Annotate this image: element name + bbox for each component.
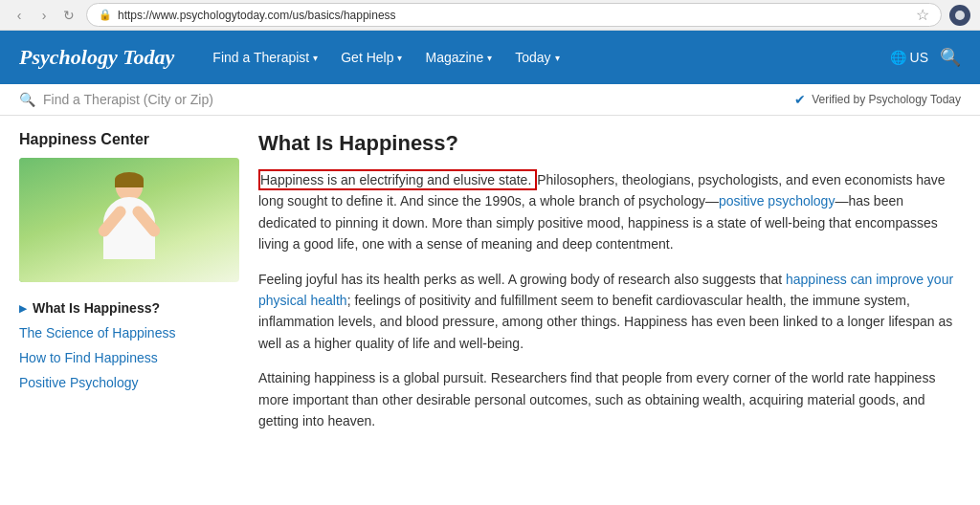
verified-badge: ✔ Verified by Psychology Today — [794, 92, 961, 107]
article-paragraph-3: Attaining happiness is a global pursuit.… — [258, 367, 961, 431]
article-paragraph-1: Happiness is an electrifying and elusive… — [258, 169, 961, 255]
header-right: 🌐 US 🔍 — [890, 47, 961, 68]
bookmark-button[interactable]: ☆ — [916, 6, 929, 24]
sidebar-item-what-is-happiness[interactable]: What Is Happiness? — [19, 296, 239, 320]
reload-button[interactable]: ↻ — [59, 6, 78, 25]
article-title: What Is Happiness? — [258, 131, 961, 156]
address-bar[interactable]: 🔒 https://www.psychologytoday.com/us/bas… — [86, 3, 942, 27]
sidebar-item-how-to-find-happiness[interactable]: How to Find Happiness — [19, 345, 239, 370]
sidebar-item-positive-psychology[interactable]: Positive Psychology — [19, 370, 239, 395]
nav-get-help[interactable]: Get Help ▾ — [331, 44, 412, 71]
svg-point-0 — [955, 11, 965, 20]
globe-icon: 🌐 — [890, 50, 906, 65]
browser-nav: ‹ › ↻ — [10, 6, 78, 25]
site-logo[interactable]: Psychology Today — [19, 45, 174, 70]
nav-find-therapist[interactable]: Find a Therapist ▾ — [203, 44, 327, 71]
article-paragraph-2: Feeling joyful has its health perks as w… — [258, 269, 961, 355]
chevron-down-icon: ▾ — [555, 53, 560, 63]
therapist-search[interactable]: 🔍 Find a Therapist (City or Zip) — [19, 92, 213, 107]
sidebar: Happiness Center — [19, 131, 239, 482]
chevron-down-icon: ▾ — [313, 53, 318, 63]
browser-chrome: ‹ › ↻ 🔒 https://www.psychologytoday.com/… — [0, 0, 980, 31]
sidebar-title: Happiness Center — [19, 131, 239, 148]
highlighted-text: Happiness is an electrifying and elusive… — [258, 169, 537, 190]
nav-today[interactable]: Today ▾ — [505, 44, 568, 71]
search-bar-row: 🔍 Find a Therapist (City or Zip) ✔ Verif… — [0, 84, 980, 116]
forward-button[interactable]: › — [34, 6, 54, 25]
sidebar-image — [19, 158, 239, 282]
extension-icon[interactable] — [949, 5, 970, 26]
chevron-down-icon: ▾ — [397, 53, 402, 63]
url-text: https://www.psychologytoday.com/us/basic… — [118, 9, 396, 22]
article-content: What Is Happiness? Happiness is an elect… — [258, 131, 961, 482]
positive-psychology-link[interactable]: positive psychology — [719, 193, 835, 209]
verified-icon: ✔ — [794, 92, 806, 107]
search-icon: 🔍 — [19, 92, 35, 107]
sidebar-navigation: What Is Happiness? The Science of Happin… — [19, 296, 239, 395]
header-search-button[interactable]: 🔍 — [940, 47, 961, 68]
chevron-down-icon: ▾ — [487, 53, 492, 63]
main-content: Happiness Center — [0, 116, 980, 497]
site-header: Psychology Today Find a Therapist ▾ Get … — [0, 31, 980, 84]
main-nav: Find a Therapist ▾ Get Help ▾ Magazine ▾… — [203, 44, 860, 71]
lock-icon: 🔒 — [99, 9, 112, 21]
sidebar-item-science-of-happiness[interactable]: The Science of Happiness — [19, 320, 239, 345]
region-selector[interactable]: 🌐 US — [890, 50, 928, 65]
nav-magazine[interactable]: Magazine ▾ — [415, 44, 501, 71]
back-button[interactable]: ‹ — [10, 6, 29, 25]
